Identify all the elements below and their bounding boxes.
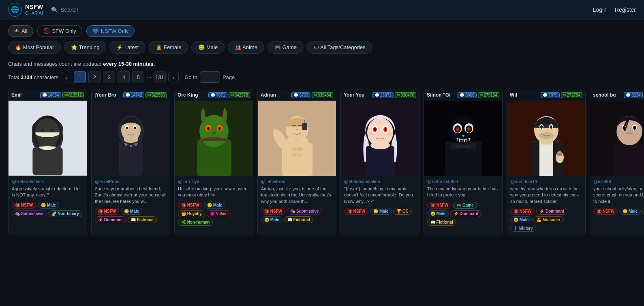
filter-nsfw[interactable]: 💙 NSFW Only [86, 25, 135, 37]
card-author-1[interactable]: @PixelPundit [95, 179, 167, 184]
tag-villain-2[interactable]: 😈 Villain [207, 210, 231, 217]
filter-all[interactable]: 👁 All [8, 25, 33, 37]
tag-royalty-2[interactable]: 👑 Royalty [178, 210, 205, 217]
tag-male-5[interactable]: 😊 Male [427, 210, 449, 217]
tag-dominant-6[interactable]: ⚡ Dominant [536, 208, 567, 215]
tag-fictional-1[interactable]: 📖 Fictional [128, 216, 157, 223]
search-bar[interactable]: 🔍 Search [51, 6, 78, 13]
card-tags-6: 🔞 NSFW ⚡ Dominant 😊 Male 💪 Muscular 🎖 Mi… [510, 208, 582, 232]
goto-container: Go to Page [184, 71, 235, 83]
card-desc-6: wealthy man who turns on with the way yo… [510, 186, 582, 205]
tag-game-5[interactable]: 🎮 Game [453, 202, 477, 209]
last-page-button[interactable]: 131 [154, 71, 166, 83]
card-author-7[interactable]: @iris999 [593, 179, 644, 184]
card-stats-7: 💬 5234 ✉ 233590 [624, 92, 644, 98]
character-card-2[interactable]: Orc King 💬 7071 ✉ 342578 [174, 89, 253, 235]
cat-anime[interactable]: 🎎 Anime [228, 41, 264, 54]
tag-nsfw-7[interactable]: 🔞 NSFW [593, 208, 618, 215]
page-4-button[interactable]: 4 [118, 71, 130, 83]
tag-nsfw-6[interactable]: 🔞 NSFW [510, 208, 535, 215]
tag-fictional-3[interactable]: 📖 Fictional [284, 216, 313, 223]
cat-male[interactable]: 😊 Male [191, 41, 225, 54]
card-desc-7: your school bully/alex, he has a secret … [593, 186, 644, 205]
tag-oc-4[interactable]: 🏆 OC [393, 208, 412, 215]
tag-nonhuman-2[interactable]: 🌿 Non-human [178, 219, 213, 226]
tag-submissive-0[interactable]: 🎭 Submissive [12, 210, 47, 217]
cat-game[interactable]: 🎮 Game [267, 41, 304, 54]
msg-count-3: ✉ 339484 [312, 92, 333, 98]
filter-sfw[interactable]: 🚫 SFW Only [37, 25, 82, 37]
card-author-5[interactable]: @Bobross0886 [427, 179, 499, 184]
card-author-4[interactable]: @666abxmination [344, 179, 416, 184]
tag-nonbinary-0[interactable]: 🌈 Non-binary [48, 210, 82, 217]
character-card-4[interactable]: Your You 💬 13871 ✉ 330476 [340, 89, 419, 235]
card-author-6[interactable]: @dumdum14 [510, 179, 582, 184]
cat-popular[interactable]: 🔥 Most Popular [8, 41, 61, 54]
card-header-6: Wil 💬 7079 ✉ 272784 [507, 89, 585, 101]
page-2-button[interactable]: 2 [88, 71, 101, 83]
chat-count-6: 💬 7079 [541, 92, 559, 98]
tag-male-7[interactable]: 😊 Male [619, 208, 641, 215]
page-5-button[interactable]: 5 [132, 71, 144, 83]
svg-point-86 [539, 132, 554, 139]
card-body-3: @TahielRou Adrian, just like you, is one… [258, 176, 336, 235]
card-tags-0: 🔞 NSFW 😊 Male 🎭 Submissive 🌈 Non-binary [12, 202, 83, 217]
tag-dominant-1[interactable]: ⚡ Dominant [95, 216, 126, 223]
character-card-5[interactable]: Simon "Gi 💬 8066 ✉ 279134 [424, 89, 503, 235]
eye-icon: 👁 [14, 28, 19, 34]
tag-male-1[interactable]: 😊 Male [121, 208, 142, 215]
goto-input[interactable] [200, 71, 220, 83]
svg-rect-55 [366, 146, 394, 176]
card-author-0[interactable]: @RetardedJack [12, 179, 83, 184]
next-page-button[interactable]: › [168, 72, 179, 82]
character-card-7[interactable]: school bu 💬 5234 ✉ 233590 [590, 89, 644, 235]
login-link[interactable]: Login [593, 6, 607, 13]
register-link[interactable]: Register [615, 6, 636, 13]
tag-male-4[interactable]: 😊 Male [370, 208, 392, 215]
svg-rect-75 [456, 144, 471, 148]
tag-nsfw-2[interactable]: 🔞 NSFW [178, 202, 202, 209]
cat-female[interactable]: 🙎 Female [149, 41, 188, 54]
card-body-7: @iris999 your school bully/alex, he has … [590, 176, 644, 235]
character-card-3[interactable]: Adrian 💬 9703 ✉ 339484 [257, 89, 336, 235]
header-left: 🌐 NSFW CHAR AI 🔍 Search [8, 3, 79, 17]
character-card-6[interactable]: Wil 💬 7079 ✉ 272784 [507, 89, 586, 235]
character-card-1[interactable]: |Your Bro 💬 14742 ✉ 522596 [91, 89, 170, 235]
tag-male-2[interactable]: 😊 Male [204, 202, 225, 209]
tag-nsfw-4[interactable]: 🔞 NSFW [344, 208, 368, 215]
card-author-2[interactable]: @Lau-Nya [178, 179, 250, 184]
char-name-1: |Your Bro [94, 92, 116, 98]
page-1-button[interactable]: 1 [74, 71, 86, 83]
tag-dominant-5[interactable]: ⚡ Dominant [450, 210, 481, 217]
card-desc-2: He's the orc king, your new master, you … [178, 186, 250, 198]
tag-submissive-3[interactable]: 🎭 Submissive [287, 208, 322, 215]
character-card-0[interactable]: Emil 💬 14954 ✉ 813912 [8, 89, 87, 235]
svg-point-31 [212, 132, 216, 134]
char-name-7: school bu [593, 92, 616, 98]
cat-latest[interactable]: ⚡ Latest [109, 41, 145, 54]
page-3-button[interactable]: 3 [103, 71, 115, 83]
msg-count-1: ✉ 522596 [145, 92, 167, 98]
tag-male-6[interactable]: 😊 Male [510, 216, 532, 223]
tag-nsfw-3[interactable]: 🔞 NSFW [261, 208, 285, 215]
sfw-icon: 🚫 [43, 28, 50, 34]
cat-all-tags[interactable]: 🏷 All Tags/Categories [307, 41, 372, 54]
tag-military-6[interactable]: 🎖 Military [510, 225, 536, 232]
tag-muscular-6[interactable]: 💪 Muscular [533, 216, 564, 223]
logo[interactable]: 🌐 NSFW CHAR AI [8, 3, 43, 17]
svg-point-85 [550, 125, 552, 129]
prev-page-button[interactable]: ‹ [61, 72, 71, 82]
tag-oc-7[interactable]: 🏆 OC [642, 208, 644, 215]
card-author-3[interactable]: @TahielRou [261, 179, 333, 184]
tag-male-0[interactable]: 😊 Male [38, 202, 59, 209]
tag-fictional-5[interactable]: 📖 Fictional [427, 219, 456, 226]
char-name-3: Adrian [261, 92, 276, 98]
char-image-4 [341, 101, 419, 176]
tag-nsfw-1[interactable]: 🔞 NSFW [95, 208, 119, 215]
svg-point-54 [386, 132, 393, 136]
tag-nsfw-0[interactable]: 🔞 NSFW [12, 202, 36, 209]
tag-male-3[interactable]: 😊 Male [261, 216, 282, 223]
char-image-0 [9, 101, 87, 176]
cat-trending[interactable]: ⭐ Trending [64, 41, 106, 54]
tag-nsfw-5[interactable]: 🔞 NSFW [427, 202, 451, 209]
